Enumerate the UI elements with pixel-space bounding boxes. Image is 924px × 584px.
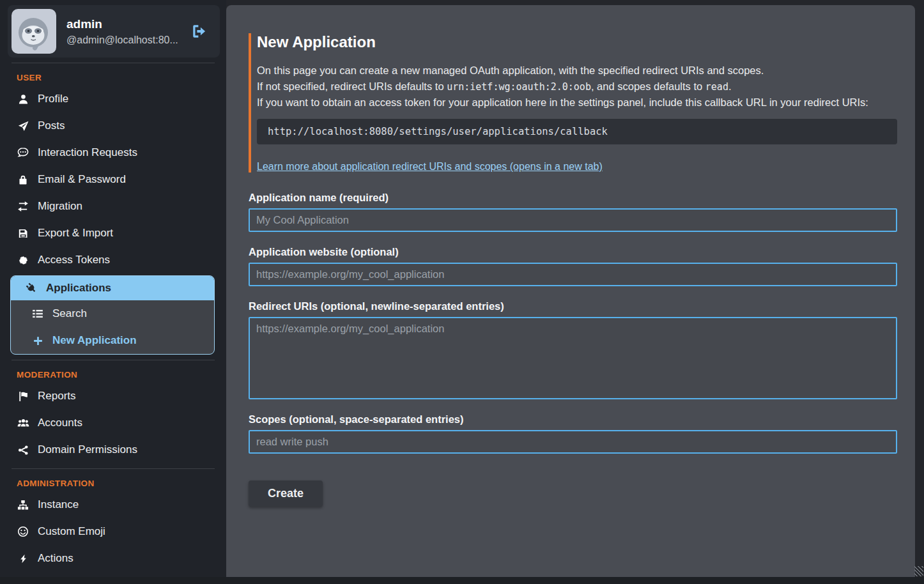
section-header-user: USER [17, 73, 226, 82]
divider [12, 468, 215, 469]
redirect-uris-textarea[interactable] [249, 317, 897, 399]
learn-more-link[interactable]: Learn more about application redirect UR… [257, 161, 603, 173]
plug-icon [25, 282, 38, 294]
sidebar-item-reports[interactable]: Reports [0, 383, 226, 410]
smile-icon [17, 526, 29, 537]
callback-url-code-block: http://localhost:8080/settings/user/appl… [257, 119, 897, 144]
intro-line-2-post: . [728, 81, 732, 92]
sidebar-item-label: Profile [38, 93, 68, 105]
sidebar-item-search[interactable]: Search [11, 300, 214, 327]
scopes-field: Scopes (optional, space-separated entrie… [249, 413, 897, 454]
share-nodes-icon [17, 445, 29, 456]
application-name-label: Application name (required) [249, 192, 897, 204]
section-header-moderation: MODERATION [17, 370, 226, 380]
sidebar-item-label: Applications [46, 282, 111, 295]
users-icon [17, 418, 29, 429]
flag-icon [17, 391, 29, 402]
sidebar-item-posts[interactable]: Posts [0, 112, 226, 139]
application-name-input[interactable] [249, 208, 897, 232]
sidebar-item-access-tokens[interactable]: Access Tokens [0, 247, 226, 273]
create-button[interactable]: Create [249, 480, 323, 507]
section-header-administration: ADMINISTRATION [17, 479, 226, 488]
resize-grip-icon[interactable] [914, 566, 923, 576]
application-website-field: Application website (optional) [249, 246, 897, 286]
application-website-input[interactable] [249, 263, 897, 286]
horizontal-scrollbar-track[interactable] [0, 577, 924, 584]
sidebar-item-actions[interactable]: Actions [0, 545, 226, 572]
user-display-name: admin [66, 17, 178, 31]
sidebar-item-new-application[interactable]: New Application [11, 327, 214, 354]
sidebar-item-label: Posts [38, 119, 65, 132]
sidebar-item-profile[interactable]: Profile [0, 86, 226, 112]
sidebar-item-label: Export & Import [38, 227, 113, 240]
sidebar-item-email-password[interactable]: Email & Password [0, 166, 226, 193]
application-website-label: Application website (optional) [249, 246, 897, 258]
new-application-form: Application name (required) Application … [249, 192, 897, 507]
plus-icon [31, 335, 44, 346]
redirect-uris-label: Redirect URIs (optional, newline-separat… [249, 300, 897, 312]
intro-section: New Application On this page you can cre… [249, 33, 897, 173]
paper-plane-icon [17, 121, 29, 132]
sidebar-item-label: Search [52, 307, 87, 320]
applications-subnav: Search New Application [11, 300, 214, 354]
user-icon [17, 94, 29, 105]
redirect-uris-field: Redirect URIs (optional, newline-separat… [249, 300, 897, 399]
application-name-field: Application name (required) [249, 192, 897, 232]
divider [12, 360, 215, 360]
intro-line-3: If you want to obtain an access token fo… [257, 96, 868, 108]
main-panel: New Application On this page you can cre… [226, 5, 915, 577]
sidebar-item-label: Interaction Requests [38, 146, 137, 159]
floppy-disk-icon [17, 228, 29, 239]
divider [12, 63, 215, 63]
comment-dots-icon [17, 147, 29, 158]
inline-code-oob: urn:ietf:wg:oauth:2.0:oob [447, 81, 591, 93]
intro-line-1: On this page you can create a new manage… [257, 65, 764, 76]
intro-text: On this page you can create a new manage… [257, 63, 897, 110]
sidebar-item-label: Custom Emoji [38, 525, 105, 538]
sidebar-item-label: Instance [38, 498, 79, 511]
user-handle: @admin@localhost:80... [66, 35, 178, 46]
sidebar-item-label: Reports [38, 390, 76, 403]
sidebar-item-applications[interactable]: Applications [11, 276, 214, 300]
app-root: admin @admin@localhost:80... USER Profil… [0, 0, 924, 584]
lock-icon [17, 174, 29, 185]
sidebar-item-instance[interactable]: Instance [0, 491, 226, 518]
scopes-input[interactable] [249, 430, 897, 454]
intro-line-2-mid: , and scopes defaults to [591, 81, 705, 92]
callback-url: http://localhost:8080/settings/user/appl… [268, 126, 608, 137]
sidebar-item-label: New Application [52, 334, 137, 347]
right-left-arrows-icon [17, 201, 29, 212]
sidebar-item-export-import[interactable]: Export & Import [0, 220, 226, 247]
inline-code-read: read [705, 81, 728, 93]
sidebar-item-label: Actions [38, 552, 73, 565]
sidebar-item-custom-emoji[interactable]: Custom Emoji [0, 518, 226, 545]
sidebar-item-interaction-requests[interactable]: Interaction Requests [0, 139, 226, 166]
sidebar-item-label: Domain Permissions [38, 443, 137, 456]
scopes-label: Scopes (optional, space-separated entrie… [249, 413, 897, 426]
sidebar-item-label: Accounts [38, 417, 82, 429]
avatar [12, 9, 56, 54]
certificate-icon [17, 255, 29, 266]
sidebar-item-accounts[interactable]: Accounts [0, 410, 226, 436]
user-card[interactable]: admin @admin@localhost:80... [8, 5, 220, 58]
user-text: admin @admin@localhost:80... [66, 17, 178, 46]
intro-line-2-pre: If not specified, redirect URIs defaults… [257, 81, 447, 92]
applications-group: Applications Search New Application [10, 275, 215, 355]
logout-button[interactable] [189, 20, 210, 42]
sidebar-item-label: Email & Password [38, 173, 126, 186]
page-title: New Application [257, 33, 897, 51]
sign-out-icon [191, 32, 208, 42]
sidebar-item-migration[interactable]: Migration [0, 193, 226, 220]
sidebar-item-label: Migration [38, 200, 82, 213]
sidebar-item-label: Access Tokens [38, 254, 110, 266]
bolt-icon [17, 553, 29, 564]
sidebar: admin @admin@localhost:80... USER Profil… [0, 0, 226, 577]
list-icon [31, 308, 44, 319]
sidebar-item-domain-permissions[interactable]: Domain Permissions [0, 436, 226, 463]
sloth-avatar-icon [12, 9, 56, 54]
sitemap-icon [17, 500, 29, 511]
